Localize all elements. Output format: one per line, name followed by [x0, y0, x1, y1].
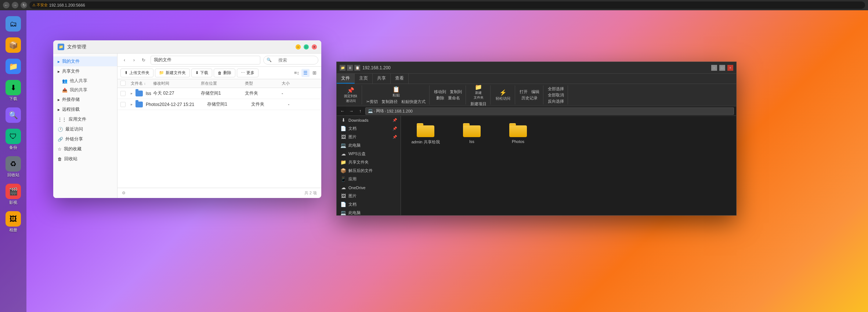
row2-modified: 2024-12-27 15:21	[159, 102, 207, 107]
we-move-to-btn[interactable]: 移动到	[433, 89, 448, 95]
header-size[interactable]: 大小	[282, 81, 307, 86]
we-minimize-btn[interactable]: −	[711, 65, 717, 71]
table-row[interactable]: ▸ Photos 2024-12-27 15:21 存储空间1 文件夹 -	[117, 99, 321, 110]
we-sidebar-mypc2[interactable]: 💻 此电脑	[337, 209, 401, 215]
sidebar-item-remote-mount[interactable]: ▸ 远程挂载	[53, 104, 117, 114]
dock-item-search[interactable]: 🔍	[2, 106, 24, 124]
row1-location: 存储空间1	[201, 90, 245, 96]
we-maximize-btn[interactable]: □	[719, 65, 725, 71]
fm-delete-btn[interactable]: 🗑 删除	[214, 69, 235, 77]
we-icon-btn-3[interactable]: 📋	[354, 65, 360, 71]
header-location[interactable]: 所在位置	[201, 81, 245, 86]
browser-back-btn[interactable]: ←	[3, 2, 10, 8]
fm-maximize-btn[interactable]: □	[304, 44, 309, 49]
sidebar-item-my-shared[interactable]: 📤 我的共享	[53, 85, 117, 95]
dock-item-appstore[interactable]: 📦	[2, 36, 24, 54]
we-sidebar-pics2[interactable]: 🖼 图片	[337, 192, 401, 200]
we-icon-btn-1[interactable]: 📁	[340, 65, 346, 71]
dock-item-photos[interactable]: 🖼 相册	[2, 210, 24, 234]
we-paste-shortcut-btn[interactable]: 粘贴快捷方式	[400, 99, 427, 105]
fm-back-btn[interactable]: ‹	[120, 56, 129, 64]
fm-more-btn[interactable]: ⋯ 更多	[237, 69, 258, 77]
we-icon-btn-2[interactable]: 🖥	[347, 65, 353, 71]
we-sidebar-downloads-pin[interactable]: ⬇ Downloads 📌	[337, 116, 401, 124]
we-edit-btn[interactable]: 编辑	[530, 89, 541, 95]
we-file-lss[interactable]: lss	[452, 120, 492, 148]
sidebar-item-app-files[interactable]: ⋮⋮ 应用文件	[53, 114, 117, 124]
sidebar-item-external-storage[interactable]: ▸ 外接存储	[53, 95, 117, 104]
we-sidebar-pics-pin[interactable]: 🖼 图片 📌	[337, 133, 401, 141]
grid-view-btn[interactable]: ⊞	[310, 69, 318, 77]
sidebar-item-my-files[interactable]: ▸ 我的文件	[53, 56, 117, 66]
fm-settings-icon[interactable]: ⚙	[122, 191, 126, 195]
header-type[interactable]: 类型	[245, 81, 282, 86]
we-sidebar-docs-pin[interactable]: 📄 文档 📌	[337, 124, 401, 133]
we-tab-file[interactable]: 文件	[337, 74, 355, 84]
we-select-all-btn[interactable]: 全部选择	[546, 86, 565, 92]
we-easy-access-btn[interactable]: ⚡ 轻松访问	[493, 88, 513, 102]
we-up-btn[interactable]: ↑	[357, 107, 364, 115]
windows-explorer-window: 📁 🖥 📋 192.168.1.200 − □ × 文件 主页 共享 查看 📌 …	[336, 62, 737, 216]
we-file-admin[interactable]: admin 共享给我	[405, 120, 446, 148]
sidebar-item-other-shared[interactable]: 👥 他人共享	[53, 76, 117, 85]
sidebar-item-shared-files[interactable]: ▸ 共享文件	[53, 66, 117, 76]
row1-expand[interactable]: ▸	[131, 91, 133, 95]
fm-path-bar[interactable]: 我的文件	[151, 56, 260, 65]
header-name[interactable]: 文件名 ↕	[131, 81, 153, 86]
browser-refresh-btn[interactable]: ↻	[21, 2, 27, 8]
dock-item-film[interactable]: 🎬 影视	[2, 182, 24, 207]
we-history-btn[interactable]: 历史记录	[520, 95, 539, 101]
dock-item-recycle[interactable]: ♻ 回收站	[2, 155, 24, 179]
header-modified[interactable]: 修改时间	[153, 81, 201, 86]
sidebar-item-external-share[interactable]: 🔗 外链分享	[53, 134, 117, 144]
we-forward-btn[interactable]: →	[348, 107, 355, 115]
we-tab-share[interactable]: 共享	[373, 74, 391, 84]
dock-item-filedrop[interactable]: 📁	[2, 57, 24, 76]
sort-view-btn[interactable]: ≡↕	[293, 69, 301, 77]
row2-expand[interactable]: ▸	[131, 102, 133, 106]
sidebar-item-fm-recycle[interactable]: 🗑 回收站	[53, 154, 117, 164]
dock-item-download[interactable]: ⬇ 下载	[2, 78, 24, 103]
we-open-btn[interactable]: 打开	[518, 89, 529, 95]
fm-refresh-btn[interactable]: ↻	[140, 56, 148, 64]
fm-search-input[interactable]	[272, 58, 315, 63]
we-sidebar-wps[interactable]: ☁ WPS云盘	[337, 150, 401, 158]
we-pin-btn[interactable]: 📌 固定到快速访问	[342, 86, 359, 104]
fm-forward-btn[interactable]: ›	[130, 56, 138, 64]
table-row[interactable]: ▸ lss 今天 02:27 存储空间1 文件夹 -	[117, 88, 321, 99]
we-back-btn[interactable]: ←	[339, 107, 346, 115]
fm-download-btn[interactable]: ⬇ 下载	[191, 69, 212, 77]
we-new-folder-btn[interactable]: 📁 新建文件夹	[471, 83, 486, 101]
we-tab-view[interactable]: 查看	[391, 74, 409, 84]
we-file-photos[interactable]: Photos	[498, 120, 538, 148]
we-path-bar[interactable]: 💻 › 网络 › 192.168.1.200	[365, 107, 734, 115]
list-view-btn[interactable]: ☰	[301, 69, 310, 77]
we-sidebar-shared-folder[interactable]: 📁 共享文件夹	[337, 158, 401, 166]
fm-minimize-btn[interactable]: −	[296, 44, 301, 49]
we-copy-path-btn[interactable]: 复制路径	[380, 99, 399, 105]
we-deselect-btn[interactable]: 全部取消	[546, 92, 565, 98]
we-sidebar-onedrive[interactable]: ☁ OneDrive	[337, 183, 401, 192]
we-paste-btn[interactable]: 📋 粘贴	[389, 85, 404, 99]
upload-folder-btn[interactable]: ⬆ 上传文件夹	[120, 69, 153, 77]
sidebar-item-my-favorites[interactable]: ☆ 我的收藏	[53, 144, 117, 154]
we-close-btn[interactable]: ×	[727, 65, 733, 71]
browser-address-bar[interactable]: ⚠ 不安全 192.168.1.200:5666	[29, 1, 865, 9]
we-tab-home[interactable]: 主页	[355, 74, 373, 84]
we-rename-btn[interactable]: 重命名	[446, 95, 462, 101]
fm-close-btn[interactable]: ×	[312, 44, 317, 49]
new-folder-btn[interactable]: 📁 新建文件夹	[155, 69, 190, 77]
we-copy-to-btn[interactable]: 复制到	[448, 89, 463, 95]
we-sidebar-extracted[interactable]: 📦 解压后的文件	[337, 166, 401, 175]
we-easy-access-label: 轻松访问	[496, 96, 510, 101]
browser-forward-btn[interactable]: →	[12, 2, 18, 8]
we-delete-btn[interactable]: 删除	[435, 95, 446, 101]
we-sidebar-docs2[interactable]: 📄 文档	[337, 200, 401, 209]
we-sidebar-mypc[interactable]: 💻 此电脑	[337, 141, 401, 150]
dock-item-files[interactable]: 🗂	[2, 15, 24, 33]
we-reverse-select-btn[interactable]: 反向选择	[546, 98, 565, 104]
dock-item-backup[interactable]: 🛡 备份	[2, 127, 24, 152]
we-sidebar-apps[interactable]: 📱 应用	[337, 175, 401, 183]
we-cut-btn[interactable]: ✂剪切	[365, 99, 379, 105]
sidebar-item-recent[interactable]: 🕐 最近访问	[53, 124, 117, 134]
